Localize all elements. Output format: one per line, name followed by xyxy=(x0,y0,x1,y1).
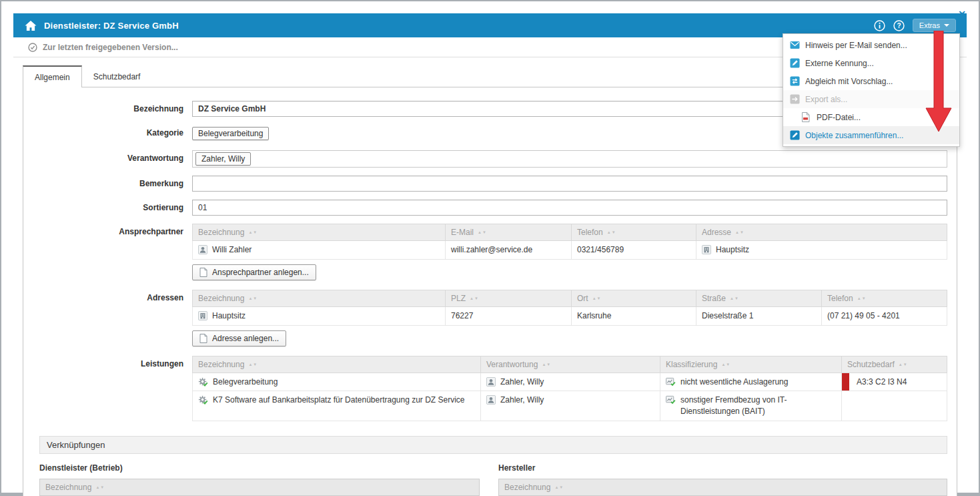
email-icon xyxy=(790,41,800,49)
sort-icon xyxy=(538,360,551,369)
column-header-email[interactable]: E-Mail xyxy=(446,224,572,241)
table-row[interactable]: Willi Zahler willi.zahler@service.de 032… xyxy=(193,241,947,260)
tab-allgemein[interactable]: Allgemein xyxy=(23,65,82,87)
chevron-down-icon xyxy=(944,24,949,27)
bemerkung-label: Bemerkung xyxy=(23,176,192,192)
sortierung-input[interactable] xyxy=(192,200,947,216)
verantwortung-field[interactable]: Zahler, Willy xyxy=(192,150,947,168)
export-icon xyxy=(790,94,800,104)
menu-item-pdf-datei[interactable]: PDF-Datei... xyxy=(783,108,959,126)
table-row[interactable]: Belegverarbeitung Zahler, Willy nicht we… xyxy=(193,373,947,391)
column-header-strasse[interactable]: Straße xyxy=(696,290,822,306)
app-frame: ✕ Dienstleister: DZ Service GmbH ? Extra… xyxy=(0,0,980,496)
titlebar-actions: ? Extras xyxy=(874,19,956,32)
allgemein-panel: Bezeichnung Kategorie Belegverarbeitung … xyxy=(23,87,957,496)
column-header-bezeichnung[interactable]: Bezeichnung xyxy=(498,479,947,496)
service-gear-icon xyxy=(198,395,208,405)
verantwortung-chip[interactable]: Zahler, Willy xyxy=(195,152,251,166)
info-icon[interactable] xyxy=(874,20,885,31)
column-header-schutzbedarf[interactable]: Schutzbedarf xyxy=(842,356,947,373)
external-id-icon xyxy=(790,58,800,68)
column-header-klassifizierung[interactable]: Klassifizierung xyxy=(660,356,842,373)
sort-icon xyxy=(717,360,730,369)
column-header-adresse[interactable]: Adresse xyxy=(696,224,947,241)
sort-icon xyxy=(244,228,258,237)
adressen-label: Adressen xyxy=(23,290,192,352)
hersteller-title: Hersteller xyxy=(498,463,947,473)
column-header-telefon[interactable]: Telefon xyxy=(822,290,947,306)
help-icon[interactable]: ? xyxy=(893,20,905,31)
person-icon xyxy=(198,245,207,254)
sort-icon xyxy=(895,360,908,369)
sort-icon xyxy=(853,294,867,303)
window-title: Dienstleister: DZ Service GmbH xyxy=(44,21,179,31)
sortierung-label: Sortierung xyxy=(23,200,192,216)
tab-schutzbedarf[interactable]: Schutzbedarf xyxy=(82,66,152,87)
column-header-bezeichnung[interactable]: Bezeichnung xyxy=(39,479,480,496)
risk-level-bar xyxy=(842,373,849,391)
person-icon xyxy=(486,377,496,387)
sort-icon xyxy=(474,228,487,237)
menu-item-objekte-zusammenfuehren[interactable]: Objekte zusammenführen... xyxy=(783,126,959,144)
compare-icon xyxy=(790,76,800,86)
table-row[interactable]: Hauptsitz 76227 Karlsruhe Dieselstraße 1… xyxy=(193,306,947,325)
column-header-verantwortung[interactable]: Verantwortung xyxy=(481,356,660,373)
extras-button[interactable]: Extras xyxy=(913,19,956,32)
sort-icon xyxy=(603,228,616,237)
close-icon[interactable]: ✕ xyxy=(954,9,970,19)
schutzbedarf-cell xyxy=(842,391,947,421)
table-row[interactable]: K7 Software auf Bankarbeitsplatz für Dat… xyxy=(193,391,947,421)
classification-icon xyxy=(666,377,676,387)
menu-item-externe-kennung[interactable]: Externe Kennung... xyxy=(783,54,959,72)
verknuepfungen-section: Verknüpfungen Dienstleister (Betrieb) Be… xyxy=(39,436,947,496)
adressen-table: Bezeichnung PLZ Ort Straße Telefon Haupt… xyxy=(192,290,947,326)
menu-item-export-als: Export als... xyxy=(783,90,959,108)
column-header-bezeichnung[interactable]: Bezeichnung xyxy=(193,224,446,241)
sort-icon xyxy=(244,360,258,369)
kategorie-chip[interactable]: Belegverarbeitung xyxy=(192,127,269,140)
column-header-telefon[interactable]: Telefon xyxy=(572,224,696,241)
hersteller-column: Hersteller Bezeichnung xyxy=(498,463,947,496)
sort-icon xyxy=(550,483,564,492)
column-header-bezeichnung[interactable]: Bezeichnung xyxy=(193,290,446,306)
sort-icon xyxy=(466,294,479,303)
building-home-icon xyxy=(24,20,37,31)
sort-icon xyxy=(244,294,258,303)
bezeichnung-label: Bezeichnung xyxy=(23,101,192,117)
dienstleister-betrieb-column: Dienstleister (Betrieb) Bezeichnung xyxy=(39,463,480,496)
column-header-bezeichnung[interactable]: Bezeichnung xyxy=(193,356,481,373)
ansprechpartner-table: Bezeichnung E-Mail Telefon Adresse Willi… xyxy=(192,224,947,260)
add-document-icon xyxy=(199,268,207,277)
add-ansprechpartner-button[interactable]: Ansprechpartner anlegen... xyxy=(192,264,316,280)
verknuepfungen-header: Verknüpfungen xyxy=(39,436,947,454)
pdf-icon xyxy=(801,112,811,122)
sort-icon xyxy=(726,294,739,303)
sort-icon xyxy=(588,294,602,303)
column-header-ort[interactable]: Ort xyxy=(572,290,696,306)
building-icon xyxy=(198,311,207,320)
classification-icon xyxy=(666,395,676,405)
ansprechpartner-label: Ansprechpartner xyxy=(23,224,192,286)
menu-item-abgleich-vorschlag[interactable]: Abgleich mit Vorschlag... xyxy=(783,72,959,90)
merge-icon xyxy=(790,130,800,140)
kategorie-label: Kategorie xyxy=(23,125,192,142)
extras-menu: Hinweis per E-Mail senden... Externe Ken… xyxy=(783,33,960,147)
schutzbedarf-cell: A3:3 C2 I3 N4 xyxy=(842,373,947,391)
svg-text:?: ? xyxy=(897,22,901,29)
dienstleister-betrieb-title: Dienstleister (Betrieb) xyxy=(39,463,480,473)
sort-icon xyxy=(731,228,745,237)
building-icon xyxy=(702,245,711,254)
person-icon xyxy=(486,395,496,405)
column-header-plz[interactable]: PLZ xyxy=(446,290,572,306)
leistungen-table: Bezeichnung Verantwortung Klassifizierun… xyxy=(192,356,947,421)
sort-icon xyxy=(91,483,105,492)
leistungen-label: Leistungen xyxy=(23,356,192,421)
add-document-icon xyxy=(199,334,207,343)
verantwortung-label: Verantwortung xyxy=(23,150,192,168)
bemerkung-input[interactable] xyxy=(192,176,947,192)
service-gear-icon xyxy=(198,377,208,387)
add-adresse-button[interactable]: Adresse anlegen... xyxy=(192,330,286,346)
menu-item-hinweis-email[interactable]: Hinweis per E-Mail senden... xyxy=(783,36,959,54)
check-circle-icon xyxy=(28,43,37,52)
